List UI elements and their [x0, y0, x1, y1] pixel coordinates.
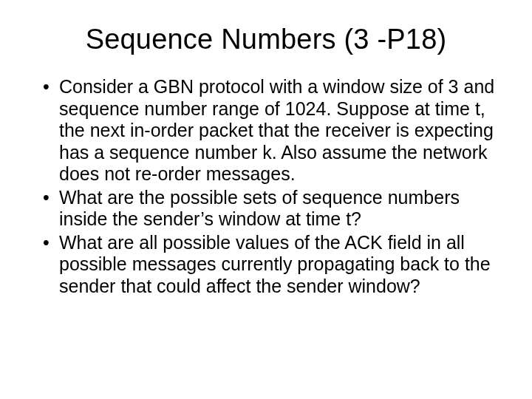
list-item: What are the possible sets of sequence n… — [46, 187, 495, 231]
list-item: What are all possible values of the ACK … — [46, 232, 495, 298]
slide-title: Sequence Numbers (3 -P18) — [30, 24, 502, 55]
list-item: Consider a GBN protocol with a window si… — [46, 76, 495, 185]
slide: Sequence Numbers (3 -P18) Consider a GBN… — [0, 0, 532, 399]
bullet-list: Consider a GBN protocol with a window si… — [30, 76, 502, 297]
